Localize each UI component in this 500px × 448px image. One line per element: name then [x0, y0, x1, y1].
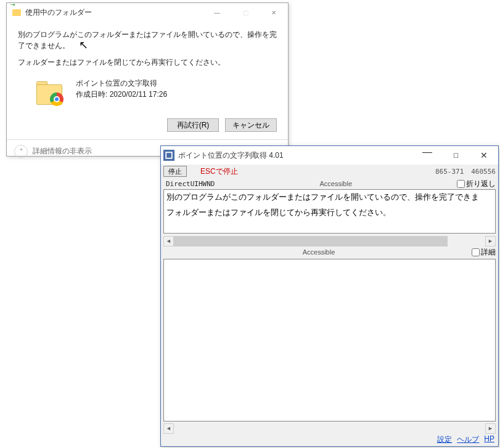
minimize-button[interactable]: — [413, 146, 441, 165]
item-name: ポイント位置の文字取得 [76, 78, 167, 89]
maximize-button[interactable]: ☐ [441, 146, 470, 165]
dialog-buttons: 再試行(R) キャンセル [7, 116, 288, 139]
window-controls: — ☐ ✕ [413, 146, 498, 165]
svg-rect-0 [166, 152, 172, 158]
secondary-output[interactable] [163, 259, 496, 422]
close-button[interactable]: ✕ [260, 3, 288, 22]
folder-in-use-dialog: ↗ 使用中のフォルダー — ▢ ✕ 別のプログラムがこのフォルダーまたはファイル… [6, 2, 289, 157]
message-line-2: フォルダーまたはファイルを閉じてから再実行してください。 [18, 57, 277, 68]
accessible-label-2: Accessible [166, 248, 472, 256]
chrome-folder-icon [36, 78, 66, 107]
window-titlebar[interactable]: ポイント位置の文字列取得 4.01 — ☐ ✕ [161, 146, 498, 165]
scroll-track[interactable] [174, 236, 485, 246]
dialog-title: 使用中のフォルダー [25, 7, 203, 18]
help-link[interactable]: ヘルプ [457, 434, 479, 445]
captured-line-1: 別のプログラムがこのフォルダーまたはファイルを開いているので、操作を完了できま [166, 191, 493, 204]
detail-checkbox[interactable]: 詳細 [472, 247, 496, 258]
detail-checkbox-input[interactable] [472, 248, 480, 256]
captured-text-output[interactable]: 別のプログラムがこのフォルダーまたはファイルを開いているので、操作を完了できま … [163, 189, 496, 234]
maximize-button: ▢ [231, 3, 260, 22]
scroll-track-2[interactable] [174, 423, 485, 434]
scroll-left-button[interactable]: ◄ [163, 236, 174, 246]
item-text: ポイント位置の文字取得 作成日時: 2020/02/11 17:26 [76, 78, 167, 100]
settings-link[interactable]: 設定 [437, 434, 452, 445]
accessible-label: Accessible [215, 180, 457, 187]
info-row-2: Accessible 詳細 [161, 246, 498, 258]
app-icon [163, 150, 174, 161]
chevron-up-icon[interactable]: ˄ [14, 145, 28, 158]
message-line-1: 別のプログラムがこのフォルダーまたはファイルを開いているので、操作を完了できませ… [18, 29, 277, 51]
scroll-right-button[interactable]: ► [485, 236, 496, 246]
hp-link[interactable]: HP [484, 434, 494, 445]
scroll-left-button-2[interactable]: ◄ [163, 423, 174, 434]
horizontal-scrollbar-2[interactable]: ◄ ► [163, 423, 496, 434]
locked-item: ポイント位置の文字取得 作成日時: 2020/02/11 17:26 [18, 68, 277, 116]
coordinates-display: 865-371 [435, 168, 464, 176]
cancel-button[interactable]: キャンセル [225, 118, 277, 132]
window-title: ポイント位置の文字列取得 4.01 [178, 150, 413, 161]
folder-icon: ↗ [12, 7, 22, 17]
class-name-label: DirectUIHWND [166, 180, 215, 188]
detail-label: 詳細 [481, 247, 496, 258]
scroll-thumb[interactable] [174, 236, 448, 246]
dialog-body: 別のプログラムがこのフォルダーまたはファイルを開いているので、操作を完了できませ… [7, 22, 288, 116]
dialog-titlebar[interactable]: ↗ 使用中のフォルダー — ▢ ✕ [7, 3, 288, 22]
details-toggle[interactable]: 詳細情報の非表示 [33, 146, 92, 157]
wrap-checkbox[interactable]: 折り返し [457, 179, 496, 189]
close-button[interactable]: ✕ [470, 146, 498, 165]
wrap-checkbox-input[interactable] [457, 180, 465, 188]
toolbar-row: 停止 ESCで停止 865-371 460556 [161, 165, 498, 178]
wrap-label: 折り返し [466, 179, 496, 189]
footer-links: 設定 ヘルプ HP [437, 434, 494, 445]
text-capture-window: ポイント位置の文字列取得 4.01 — ☐ ✕ 停止 ESCで停止 865-37… [160, 145, 499, 447]
scroll-right-button-2[interactable]: ► [485, 423, 496, 434]
esc-hint: ESCで停止 [200, 166, 238, 177]
retry-button[interactable]: 再試行(R) [167, 118, 219, 132]
minimize-button[interactable]: — [203, 3, 231, 22]
handle-display: 460556 [471, 168, 496, 176]
item-date: 作成日時: 2020/02/11 17:26 [76, 89, 167, 100]
captured-line-2: フォルダーまたはファイルを閉じてから再実行してください。 [166, 206, 493, 219]
horizontal-scrollbar-1[interactable]: ◄ ► [163, 235, 496, 246]
info-row: DirectUIHWND Accessible 折り返し [161, 178, 498, 189]
stop-button[interactable]: 停止 [163, 166, 187, 177]
window-controls: — ▢ ✕ [203, 3, 288, 22]
